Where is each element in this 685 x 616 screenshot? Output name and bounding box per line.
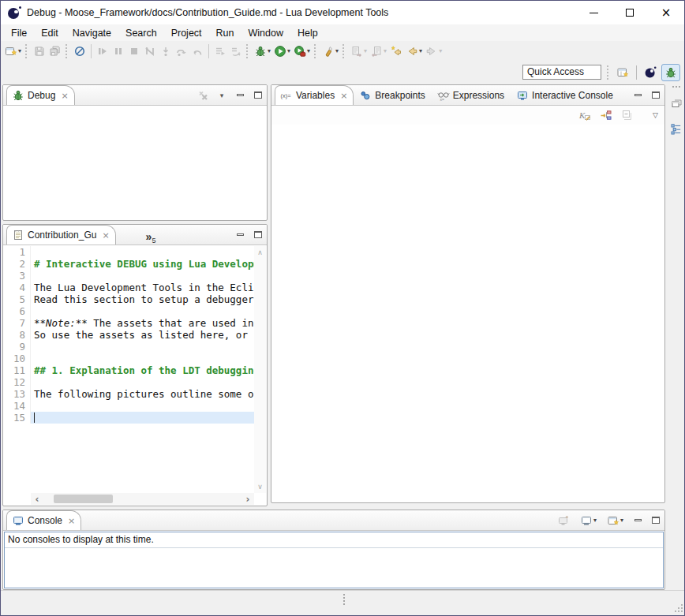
step-over-button[interactable] [174, 43, 189, 60]
dropdown-arrow-icon[interactable]: ▾ [384, 48, 387, 54]
code-text[interactable] [31, 376, 254, 388]
dropdown-arrow-icon[interactable]: ▾ [268, 48, 271, 54]
code-text[interactable]: **Note:** The assets that are used in [31, 317, 254, 329]
maximize-view-button[interactable] [253, 89, 264, 102]
window-close-button[interactable]: × [648, 1, 684, 24]
debug-button[interactable]: ▾ [253, 43, 272, 60]
scrollbar-thumb[interactable] [54, 495, 113, 503]
dropdown-arrow-icon[interactable]: ▾ [335, 48, 339, 54]
restore-view-button[interactable] [668, 95, 684, 112]
skip-all-breakpoints-button[interactable] [72, 43, 88, 60]
toggle-step-filters-button[interactable] [228, 43, 244, 60]
scroll-down-icon[interactable]: ∨ [257, 480, 263, 493]
editor-vertical-scrollbar[interactable]: ∧ ∨ [254, 246, 266, 493]
lua-perspective-button[interactable] [641, 64, 660, 81]
commit-button[interactable]: ▾ [349, 43, 369, 60]
disconnect-button[interactable] [142, 43, 158, 60]
profile-button[interactable]: ▾ [292, 43, 312, 60]
new-wizard-button[interactable]: ▾ [3, 43, 23, 60]
last-edit-location-button[interactable] [388, 43, 404, 60]
dropdown-arrow-icon[interactable]: ▾ [287, 48, 290, 54]
step-into-button[interactable] [158, 43, 174, 60]
remove-all-terminated-button[interactable] [198, 89, 209, 102]
code-text[interactable] [31, 412, 254, 424]
terminate-button[interactable] [126, 43, 142, 60]
tab-breakpoints[interactable]: Breakpoints [354, 85, 431, 105]
code-text[interactable]: ## 1. Explanation of the LDT debugging [31, 364, 254, 376]
minimize-view-button[interactable] [632, 514, 643, 527]
code-text[interactable] [31, 341, 254, 353]
scroll-left-icon[interactable]: ‹ [31, 494, 43, 505]
dropdown-arrow-icon[interactable]: ▾ [439, 48, 442, 54]
close-icon[interactable]: × [61, 91, 68, 101]
code-text[interactable]: So use the assets as listed here, or [31, 329, 254, 341]
forward-button[interactable]: ▾ [424, 43, 444, 60]
dropdown-arrow-icon[interactable]: ▾ [364, 48, 367, 54]
suspend-button[interactable] [110, 43, 126, 60]
display-selected-console-button[interactable]: ▾ [578, 512, 598, 529]
scroll-up-icon[interactable]: ∧ [257, 246, 263, 259]
minimize-view-button[interactable] [234, 229, 245, 241]
maximize-view-button[interactable] [650, 89, 661, 102]
debug-view-body[interactable] [4, 106, 266, 219]
scroll-right-icon[interactable]: › [241, 494, 254, 505]
maximize-view-button[interactable] [650, 514, 661, 527]
window-resize-grip[interactable] [674, 603, 683, 613]
menu-search[interactable]: Search [118, 26, 164, 40]
tab-editor-contribution-guide[interactable]: Contribution_Gu × [6, 225, 116, 245]
code-text[interactable] [31, 305, 254, 317]
open-perspective-button[interactable] [613, 64, 632, 81]
minimize-view-button[interactable] [632, 89, 643, 102]
menu-window[interactable]: Window [241, 26, 290, 40]
drag-handle-icon[interactable] [672, 86, 680, 90]
hidden-editors-indicator[interactable]: » 5 [146, 231, 156, 245]
tab-expressions[interactable]: x=Expressions [432, 85, 511, 105]
tab-debug-view[interactable]: Debug × [6, 85, 75, 105]
menu-run[interactable]: Run [209, 26, 241, 40]
code-text[interactable]: Read this section to setup a debugger [31, 293, 254, 305]
save-all-button[interactable] [47, 43, 63, 60]
close-icon[interactable]: × [68, 516, 75, 526]
quick-access-input[interactable]: Quick Access [522, 65, 601, 80]
tab-console[interactable]: Console × [6, 510, 81, 530]
console-body[interactable]: No consoles to display at this time. [4, 532, 664, 588]
dropdown-arrow-icon[interactable]: ▾ [18, 48, 21, 54]
dropdown-arrow-icon[interactable]: ▾ [620, 517, 623, 524]
dropdown-arrow-icon[interactable]: ▾ [307, 48, 310, 54]
editor-text-area[interactable]: 12# Interactive DEBUG using Lua Developm… [4, 246, 254, 493]
outline-view-button[interactable] [668, 120, 684, 137]
show-logical-structure-button[interactable] [598, 106, 614, 124]
collapse-all-button[interactable] [619, 106, 635, 124]
editor-horizontal-scrollbar[interactable]: ‹ › [31, 493, 254, 505]
window-maximize-button[interactable] [612, 1, 648, 24]
code-text[interactable]: The Lua Development Tools in the Eclip [31, 282, 254, 293]
view-menu-button[interactable]: ▾ [216, 89, 227, 102]
statusbar-drag-handle[interactable] [343, 594, 346, 605]
code-text[interactable] [31, 400, 254, 412]
open-console-button[interactable]: ▾ [605, 512, 625, 529]
menu-project[interactable]: Project [164, 26, 209, 40]
back-button[interactable]: ▾ [404, 43, 424, 60]
dropdown-arrow-icon[interactable]: ▾ [593, 517, 597, 524]
run-button[interactable]: ▾ [272, 43, 292, 60]
menu-navigate[interactable]: Navigate [66, 26, 118, 40]
close-icon[interactable]: × [102, 230, 109, 241]
tab-interactive-console[interactable]: Interactive Console [511, 85, 619, 105]
code-text[interactable] [31, 353, 254, 364]
menu-help[interactable]: Help [290, 26, 325, 40]
external-tools-button[interactable]: ▾ [320, 43, 340, 60]
minimize-view-button[interactable] [234, 89, 245, 102]
code-text[interactable] [31, 246, 254, 258]
dropdown-arrow-icon[interactable]: ▾ [419, 48, 422, 54]
update-button[interactable]: ▾ [369, 43, 388, 60]
step-return-button[interactable] [189, 43, 205, 60]
use-step-filters-button[interactable] [212, 43, 228, 60]
window-minimize-button[interactable] [575, 1, 612, 24]
save-button[interactable] [32, 43, 47, 60]
menu-edit[interactable]: Edit [34, 26, 66, 40]
pin-console-button[interactable] [556, 512, 571, 529]
maximize-view-button[interactable] [253, 229, 264, 241]
code-text[interactable] [31, 270, 254, 282]
code-text[interactable]: The following pictures outline some of [31, 388, 254, 400]
debug-perspective-button[interactable] [661, 64, 680, 81]
